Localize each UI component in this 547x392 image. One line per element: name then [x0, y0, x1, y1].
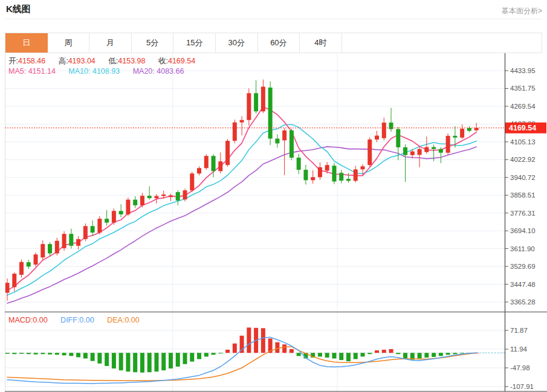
candle-body: [91, 226, 95, 233]
price-axis-label: 3447.48: [510, 281, 536, 288]
macd-layer: [5, 327, 505, 384]
ma20-value: 4083.66: [157, 67, 184, 76]
macd-bar: [318, 353, 322, 356]
price-axis-label: 4351.75: [510, 85, 536, 92]
price-axis-label: 3694.10: [510, 227, 536, 234]
candle-body: [346, 179, 351, 181]
candle-body: [261, 87, 265, 112]
price-axis-label: 3940.72: [510, 174, 536, 181]
macd-bar: [190, 353, 194, 361]
open-value: 4158.46: [18, 57, 45, 65]
candle-body: [133, 200, 137, 205]
macd-bar: [325, 353, 329, 358]
axis-layer: 4433.954351.754269.544187.334105.134022.…: [5, 53, 547, 391]
tab-item[interactable]: 周: [48, 33, 90, 53]
candle-body: [424, 147, 429, 152]
macd-readout: MACD:0.00 DIFF:0.00 DEA:0.00: [8, 316, 151, 324]
candle-body: [254, 93, 258, 111]
macd-bar: [154, 353, 158, 371]
macd-bar: [197, 353, 201, 359]
candle-body: [5, 283, 10, 292]
price-axis-label: 3858.51: [510, 191, 536, 199]
candle-body: [233, 123, 237, 141]
price-axis-label: 3365.28: [510, 298, 536, 306]
macd-bar: [212, 353, 216, 355]
tab-item[interactable]: 4时: [300, 33, 342, 53]
ma20-line: [7, 147, 476, 303]
candle-body: [332, 165, 336, 181]
macd-bar: [361, 353, 365, 356]
macd-bar: [382, 350, 386, 353]
candle-body: [432, 147, 436, 149]
candle-body: [76, 239, 80, 246]
macd-bar: [446, 353, 450, 355]
ohlc-readout: 开:4158.46 高:4193.04 低:4153.98 收:4169.54: [8, 56, 206, 66]
candle-body: [240, 120, 244, 123]
candle-body: [119, 211, 123, 214]
candle-body: [48, 244, 52, 253]
candle-body: [197, 168, 201, 173]
high-label: 高:: [59, 57, 68, 65]
candle-body: [354, 169, 358, 181]
candle-body: [19, 262, 24, 275]
candle-body: [418, 149, 422, 155]
low-label: 低:: [108, 57, 118, 65]
macd-bar: [69, 353, 73, 356]
macd-bar: [453, 353, 457, 354]
macd-bar: [460, 353, 464, 353]
macd-axis-label: -47.98: [510, 364, 530, 371]
macd-bar: [247, 327, 251, 353]
candle-body: [474, 128, 479, 130]
macd-bar: [40, 353, 45, 354]
tab-item[interactable]: 日: [5, 33, 48, 53]
interval-tab-bar: 日周月5分15分30分60分4时: [5, 33, 542, 53]
price-axis-label: 4105.13: [510, 138, 536, 146]
macd-bar: [76, 353, 80, 357]
tab-item[interactable]: 月: [89, 33, 132, 53]
candle-body: [161, 194, 166, 196]
macd-bar: [233, 344, 237, 353]
candle-body: [62, 234, 66, 248]
macd-axis-label: -107.91: [510, 383, 534, 390]
candle-body: [225, 141, 230, 165]
macd-bar: [418, 353, 422, 358]
macd-label: MACD:: [8, 316, 33, 324]
candle-body: [367, 140, 372, 165]
candle-body: [12, 274, 16, 287]
candle-body: [247, 93, 251, 120]
macd-bar: [27, 353, 31, 354]
diff-label: DIFF:: [60, 316, 79, 324]
macd-bar: [176, 353, 180, 367]
tab-item[interactable]: 30分: [216, 33, 258, 53]
macd-bar: [290, 349, 294, 353]
kline-page: K线图 基本面分析> 日周月5分15分30分60分4时 开:4158.46 高:…: [0, 0, 547, 392]
candle-body: [55, 241, 59, 254]
candle-body: [218, 161, 222, 171]
candle-body: [27, 262, 31, 266]
close-label: 收:: [158, 57, 168, 65]
macd-bar: [161, 353, 166, 370]
price-axis-label: 3611.90: [510, 245, 535, 252]
tab-item[interactable]: 15分: [173, 33, 216, 53]
price-axis-label: 4022.92: [510, 156, 536, 163]
tab-item[interactable]: 5分: [132, 33, 174, 53]
macd-bar: [403, 353, 407, 358]
candle-body: [403, 147, 407, 155]
macd-bar: [5, 353, 10, 354]
macd-bar: [367, 353, 372, 354]
price-axis-label: 4433.95: [510, 67, 536, 74]
macd-bar: [297, 353, 301, 356]
macd-bar: [97, 353, 102, 364]
macd-bar: [282, 344, 286, 353]
candle-body: [325, 165, 329, 170]
ma10-value: 4108.93: [92, 67, 120, 76]
macd-bar: [119, 353, 123, 370]
macd-bar: [34, 353, 38, 355]
candle-body: [204, 156, 209, 168]
low-value: 4153.98: [118, 57, 145, 65]
tab-item[interactable]: 60分: [258, 33, 300, 53]
macd-bar: [432, 353, 436, 357]
candle-body: [190, 173, 194, 190]
ma10-label: MA10:: [68, 67, 90, 76]
macd-bar: [62, 353, 66, 355]
